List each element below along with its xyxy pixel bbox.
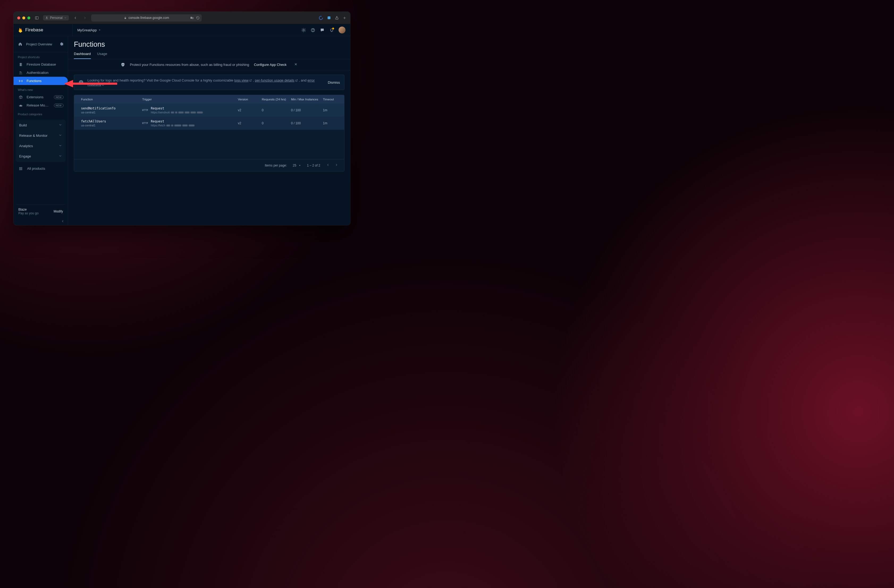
window-controls bbox=[17, 17, 30, 20]
table-footer: Items per page: 25 1 – 2 of 2 bbox=[74, 159, 344, 171]
sidebar-item-extensions[interactable]: Extensions NEW bbox=[14, 93, 68, 101]
categories-heading: Product categories bbox=[14, 109, 68, 118]
fullscreen-window-button[interactable] bbox=[27, 17, 30, 20]
nav-back-button[interactable] bbox=[72, 15, 79, 21]
page-title: Functions bbox=[68, 36, 350, 52]
sidebar-item-functions[interactable]: Functions bbox=[14, 77, 68, 85]
sidebar-item-label: Authentication bbox=[27, 71, 63, 75]
tab-usage[interactable]: Usage bbox=[97, 52, 107, 59]
svg-rect-4 bbox=[190, 17, 192, 19]
grid-icon bbox=[18, 166, 23, 171]
svg-marker-42 bbox=[299, 165, 300, 166]
firestore-icon bbox=[18, 62, 23, 67]
share-icon[interactable] bbox=[335, 16, 339, 20]
category-build[interactable]: Build bbox=[16, 120, 66, 130]
project-overview-link[interactable]: Project Overview bbox=[18, 42, 52, 47]
nav-forward-button[interactable] bbox=[82, 15, 88, 21]
cell-timeout: 1m bbox=[323, 121, 344, 125]
category-engage[interactable]: Engage bbox=[16, 151, 66, 161]
plan-row: Blaze Pay as you go Modify bbox=[16, 204, 66, 218]
items-per-page-selector[interactable]: 25 bbox=[293, 164, 301, 167]
project-overview-label: Project Overview bbox=[26, 42, 52, 46]
svg-rect-29 bbox=[20, 167, 21, 168]
cell-requests: 0 bbox=[262, 109, 291, 112]
profile-chip[interactable]: Personal bbox=[43, 15, 69, 20]
category-label: Build bbox=[19, 123, 27, 127]
profile-label: Personal bbox=[50, 16, 62, 20]
svg-rect-5 bbox=[192, 17, 193, 19]
table-header: Function Trigger Version Requests (24 hr… bbox=[74, 95, 344, 104]
function-region: us-central1 bbox=[81, 124, 142, 127]
notice-text: Looking for logs and health reporting? V… bbox=[88, 78, 324, 86]
svg-rect-40 bbox=[81, 82, 81, 83]
pagination-range: 1 – 2 of 2 bbox=[307, 164, 320, 167]
lock-icon bbox=[124, 17, 127, 20]
col-function: Function bbox=[81, 98, 142, 101]
svg-rect-6 bbox=[328, 17, 331, 20]
svg-rect-35 bbox=[20, 169, 21, 170]
new-tab-icon[interactable] bbox=[343, 16, 347, 20]
category-analytics[interactable]: Analytics bbox=[16, 141, 66, 151]
svg-point-2 bbox=[46, 17, 47, 18]
banner-message: Protect your Functions resources from ab… bbox=[130, 63, 249, 67]
prev-page-button[interactable] bbox=[326, 163, 330, 167]
shortcuts-heading: Project shortcuts bbox=[14, 52, 68, 60]
table-row[interactable]: fetchAllUsers us-central1 HTTP Request h… bbox=[74, 117, 344, 130]
sidebar-overview-row: Project Overview bbox=[14, 36, 68, 52]
feedback-button[interactable] bbox=[320, 28, 325, 32]
close-window-button[interactable] bbox=[17, 17, 20, 20]
usage-details-link[interactable]: per-function usage details bbox=[255, 78, 294, 82]
theme-toggle-button[interactable] bbox=[301, 28, 306, 32]
svg-point-11 bbox=[303, 29, 305, 31]
next-page-button[interactable] bbox=[335, 163, 338, 167]
sidebar-item-label: Functions bbox=[27, 79, 63, 83]
notifications-button[interactable] bbox=[329, 28, 334, 32]
sidebar-item-authentication[interactable]: Authentication bbox=[14, 68, 68, 77]
app-check-banner: Protect your Functions resources from ab… bbox=[68, 59, 350, 70]
account-avatar[interactable] bbox=[338, 27, 346, 33]
all-products-link[interactable]: All products bbox=[14, 162, 68, 171]
help-button[interactable] bbox=[311, 28, 315, 32]
home-icon bbox=[18, 42, 22, 47]
plan-name: Blaze bbox=[18, 208, 39, 211]
configure-app-check-button[interactable]: Configure App Check bbox=[254, 63, 287, 67]
minimize-window-button[interactable] bbox=[22, 17, 25, 20]
col-timeout: Timeout bbox=[323, 98, 344, 101]
project-selector[interactable]: MyGreatApp bbox=[72, 28, 101, 32]
category-release-monitor[interactable]: Release & Monitor bbox=[16, 130, 66, 141]
logs-view-link[interactable]: logs view bbox=[234, 78, 249, 82]
col-requests: Requests (24 hrs) bbox=[262, 98, 291, 101]
svg-rect-36 bbox=[21, 169, 22, 170]
firebase-logo[interactable]: Firebase bbox=[14, 24, 72, 36]
dismiss-notice-button[interactable]: Dismiss bbox=[328, 80, 340, 84]
collapse-sidebar-button[interactable] bbox=[14, 218, 68, 225]
table-row[interactable]: sendNotificationTo us-central1 HTTP Requ… bbox=[74, 104, 344, 117]
trigger-type: Request bbox=[151, 107, 202, 110]
svg-rect-30 bbox=[21, 167, 22, 168]
close-banner-button[interactable] bbox=[294, 62, 297, 67]
sidebar-toggle-button[interactable] bbox=[33, 15, 40, 21]
plan-modify-button[interactable]: Modify bbox=[54, 210, 63, 213]
firebase-flame-icon bbox=[18, 27, 23, 33]
settings-gear-icon[interactable] bbox=[59, 42, 63, 47]
reload-icon[interactable] bbox=[196, 16, 199, 20]
function-name: fetchAllUsers bbox=[81, 119, 142, 123]
sidebar-item-release-monitoring[interactable]: Release Monito… NEW bbox=[14, 101, 68, 109]
info-notice: Looking for logs and health reporting? V… bbox=[74, 75, 344, 90]
plan-desc: Pay as you go bbox=[18, 211, 39, 215]
translate-icon[interactable] bbox=[190, 16, 194, 20]
svg-rect-28 bbox=[19, 167, 20, 168]
whatsnew-heading: What's new bbox=[14, 85, 68, 93]
dropdown-icon bbox=[299, 164, 301, 167]
new-badge: NEW bbox=[54, 104, 64, 107]
cell-requests: 0 bbox=[262, 121, 291, 125]
trigger-url: https://fetch bbox=[151, 124, 194, 127]
svg-point-25 bbox=[20, 81, 21, 81]
external-link-icon bbox=[101, 83, 104, 86]
dropdown-icon bbox=[98, 29, 101, 31]
tab-dashboard[interactable]: Dashboard bbox=[74, 52, 91, 59]
svg-point-26 bbox=[21, 81, 21, 81]
sidebar-item-firestore[interactable]: Firestore Database bbox=[14, 60, 68, 68]
extension-icon[interactable] bbox=[327, 16, 331, 20]
url-bar[interactable]: console.firebase.google.com bbox=[91, 14, 202, 21]
